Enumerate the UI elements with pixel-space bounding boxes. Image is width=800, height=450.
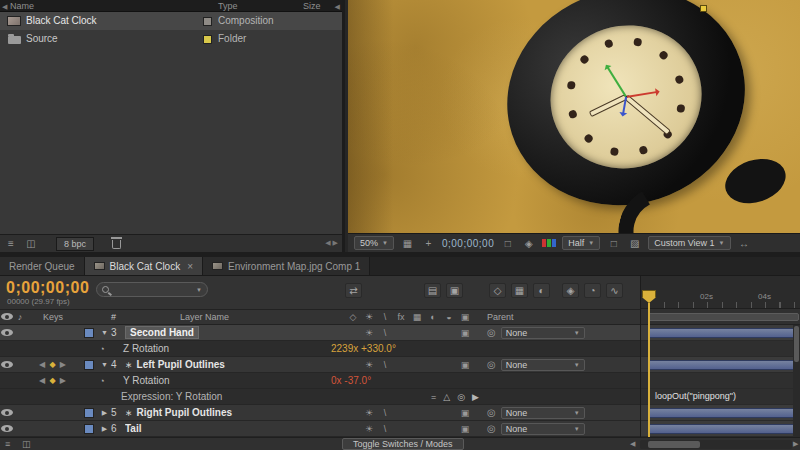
- property-track-row[interactable]: [641, 373, 800, 389]
- parent-pickwhip-icon[interactable]: ◎: [487, 423, 496, 434]
- stopwatch-icon[interactable]: ◔: [95, 344, 109, 354]
- property-row-z-rotation[interactable]: ◔ Z Rotation 2239x +330.0°: [0, 341, 640, 357]
- auto-keyframe-icon[interactable]: ◔: [584, 283, 601, 298]
- scroll-left-icon[interactable]: ◀: [630, 440, 635, 448]
- viewer-timecode[interactable]: 0;00;00;00: [442, 238, 494, 249]
- comp-flowchart-icon[interactable]: ▤: [424, 283, 441, 298]
- composition-viewport[interactable]: [348, 0, 800, 233]
- region-of-interest-icon[interactable]: □: [606, 238, 621, 249]
- property-value[interactable]: 2239x +330.0°: [329, 343, 459, 354]
- time-ruler[interactable]: 0s 02s 04s: [641, 276, 800, 309]
- tab-black-cat-clock[interactable]: Black Cat Clock ×: [85, 257, 203, 275]
- duration-bar-row[interactable]: [641, 357, 800, 373]
- snapshot-camera-icon[interactable]: □: [500, 238, 515, 249]
- layer-name[interactable]: Right Pupil Outlines: [137, 407, 233, 418]
- project-item-source[interactable]: Source Folder: [0, 30, 342, 48]
- scrollbar-thumb[interactable]: [794, 326, 799, 362]
- switches-column-icons[interactable]: ◇☀\fx▦◐◒▣: [345, 312, 475, 322]
- search-options-icon[interactable]: ▼: [196, 287, 202, 293]
- parent-pickwhip-icon[interactable]: ◎: [487, 327, 496, 338]
- transparency-grid-icon[interactable]: ▨: [627, 238, 642, 249]
- column-size[interactable]: Size: [303, 0, 321, 12]
- expression-code[interactable]: loopOut("pingpong"): [655, 391, 736, 401]
- parent-dropdown[interactable]: None▼: [501, 327, 585, 339]
- eye-icon[interactable]: [1, 425, 13, 432]
- toggle-switches-modes-button[interactable]: Toggle Switches / Modes: [342, 438, 464, 450]
- work-area-strip[interactable]: [641, 309, 800, 325]
- enable-expression-icon[interactable]: =: [431, 392, 436, 402]
- property-value[interactable]: 0x -37.0°: [329, 375, 459, 386]
- keyframe-navigator[interactable]: ◀ ◆ ▶: [26, 360, 80, 369]
- number-column-label[interactable]: #: [111, 312, 125, 322]
- tab-environment-map[interactable]: Environment Map.jpg Comp 1: [203, 257, 370, 275]
- motion-blur-icon[interactable]: ◐: [533, 283, 550, 298]
- label-color-swatch[interactable]: [80, 424, 98, 434]
- layer-name[interactable]: Left Pupil Outlines: [137, 359, 225, 370]
- keys-column-label[interactable]: Keys: [26, 312, 80, 322]
- new-folder-icon[interactable]: ◫: [24, 238, 38, 250]
- axis-x-red-icon[interactable]: [626, 91, 658, 98]
- expand-layer-pane-icon[interactable]: ≡: [5, 439, 10, 449]
- shrink-columns-icon[interactable]: ⇄: [345, 283, 362, 298]
- grid-guides-icon[interactable]: ▦: [400, 238, 415, 249]
- brainstorm-icon[interactable]: ◈: [562, 283, 579, 298]
- tab-render-queue[interactable]: Render Queue: [0, 257, 85, 275]
- parent-pickwhip-icon[interactable]: ◎: [487, 407, 496, 418]
- show-channels-icon[interactable]: [542, 239, 556, 247]
- resolution-dropdown[interactable]: Half▼: [562, 236, 600, 250]
- layer-row-left-pupil-outlines[interactable]: ◀ ◆ ▶ ▼ 4 ∗Left Pupil Outlines ☀\▣ ◎ Non…: [0, 357, 640, 373]
- property-track-row[interactable]: [641, 341, 800, 357]
- layer-duration-bar[interactable]: [648, 328, 800, 338]
- bit-depth-button[interactable]: 8 bpc: [56, 237, 94, 251]
- duration-bar-row[interactable]: [641, 421, 800, 437]
- parent-column-label[interactable]: Parent: [475, 312, 640, 322]
- expand-arrow-icon[interactable]: ▼: [98, 361, 111, 368]
- project-hscroll[interactable]: ◀ ▶: [325, 239, 338, 247]
- layer-duration-bar[interactable]: [648, 424, 800, 434]
- show-graph-icon[interactable]: △: [443, 392, 450, 402]
- layer-selection-handle[interactable]: [700, 5, 707, 12]
- layer-switches[interactable]: ☀\▣: [345, 360, 475, 370]
- close-tab-icon[interactable]: ×: [187, 261, 193, 272]
- expand-inout-pane-icon[interactable]: ◫: [22, 439, 31, 449]
- hide-shy-layers-icon[interactable]: ◇: [489, 283, 506, 298]
- axis-y-green-icon[interactable]: [606, 66, 627, 98]
- property-row-y-rotation[interactable]: ◀ ◆ ▶ ◔ Y Rotation 0x -37.0°: [0, 373, 640, 389]
- parent-dropdown[interactable]: None▼: [501, 423, 585, 435]
- layer-name[interactable]: Second Hand: [125, 326, 199, 339]
- parent-dropdown[interactable]: None▼: [501, 359, 585, 371]
- show-snapshot-icon[interactable]: ◈: [521, 238, 536, 249]
- magnification-dropdown[interactable]: 50%▼: [354, 236, 394, 250]
- column-name[interactable]: Name: [10, 0, 34, 12]
- eye-icon[interactable]: [1, 361, 13, 368]
- timeline-vertical-scrollbar[interactable]: [793, 325, 800, 437]
- audio-column-icon[interactable]: ♪: [14, 312, 26, 322]
- mask-visibility-icon[interactable]: +: [421, 238, 436, 249]
- expand-arrow-icon[interactable]: ▶: [98, 409, 111, 417]
- current-time-indicator-line[interactable]: [648, 302, 650, 437]
- keyframe-navigator[interactable]: ◀ ◆ ▶: [26, 376, 80, 385]
- layer-row-right-pupil-outlines[interactable]: ▶ 5 ∗Right Pupil Outlines ☀\▣ ◎ None▼: [0, 405, 640, 421]
- duration-bar-row[interactable]: [641, 405, 800, 421]
- draft-3d-icon[interactable]: ▣: [446, 283, 463, 298]
- pixel-aspect-icon[interactable]: ↔: [737, 238, 752, 249]
- expand-arrow-icon[interactable]: ▼: [98, 329, 111, 336]
- label-color-swatch[interactable]: [80, 408, 98, 418]
- column-type[interactable]: Type: [218, 0, 238, 12]
- layer-duration-bar[interactable]: [648, 408, 800, 418]
- layer-switches[interactable]: ☀\▣: [345, 424, 475, 434]
- stopwatch-icon[interactable]: ◔: [95, 376, 109, 386]
- layer-name-column-label[interactable]: Layer Name: [125, 312, 345, 322]
- scroll-right-icon[interactable]: ▶: [793, 440, 798, 448]
- timeline-horizontal-scrollbar[interactable]: [640, 440, 792, 449]
- graph-editor-icon[interactable]: ∿: [606, 283, 623, 298]
- time-graph-area[interactable]: 0s 02s 04s loopOut("pingpong"): [640, 276, 800, 437]
- layer-row-second-hand[interactable]: ▼ 3 Second Hand ☀\▣ ◎ None▼: [0, 325, 640, 341]
- property-name[interactable]: Y Rotation: [109, 375, 329, 386]
- scrollbar-thumb[interactable]: [648, 441, 700, 448]
- delete-trash-icon[interactable]: [112, 240, 121, 249]
- layer-name[interactable]: Tail: [125, 423, 141, 434]
- parent-dropdown[interactable]: None▼: [501, 407, 585, 419]
- project-column-header[interactable]: ◀ Name Type Size ◀: [0, 0, 342, 12]
- video-column-icon[interactable]: [1, 313, 13, 320]
